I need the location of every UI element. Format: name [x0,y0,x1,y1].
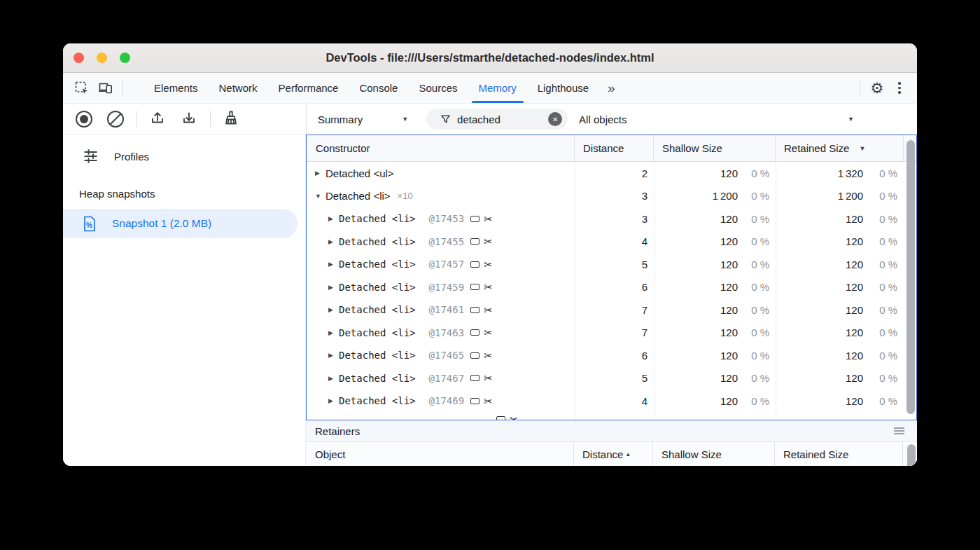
profiles-label: Profiles [114,151,149,163]
perspective-select-value: Summary [318,114,363,125]
retained-size-cell: 1 320 0 % [776,167,904,179]
reveal-element-icon[interactable] [470,329,479,336]
hamburger-menu-icon[interactable] [894,427,908,434]
close-window-button[interactable] [74,53,84,63]
scissors-icon[interactable]: ✂ [484,305,493,315]
devtools-tab[interactable]: Elements [144,73,209,103]
reveal-element-icon[interactable] [470,216,479,222]
grid-scrollbar-thumb[interactable] [906,140,915,414]
fullscreen-window-button[interactable] [120,53,130,63]
expander-icon[interactable]: ▶ [328,261,339,268]
scissors-icon[interactable]: ✂ [484,373,493,383]
heap-object-row[interactable]: ▶ Detached <li> @17469 ✂ 4 [307,390,916,413]
reveal-element-icon[interactable] [470,307,479,313]
retainers-scrollbar-thumb[interactable] [907,444,916,466]
scissors-icon[interactable]: ✂ [484,282,493,292]
devtools-tab[interactable]: Sources [408,73,468,103]
kebab-menu-icon[interactable] [889,76,910,100]
expander-icon[interactable]: ▼ [315,193,326,200]
expander-icon[interactable]: ▶ [328,238,339,245]
sidebar-item-profiles[interactable]: Profiles [63,144,305,168]
device-toolbar-icon[interactable] [94,76,118,100]
profile-controls [63,104,306,135]
clear-profiles-icon[interactable] [105,109,126,130]
expander-icon[interactable]: ▶ [328,397,339,404]
expander-icon[interactable]: ▶ [328,306,339,313]
devtools-tab[interactable]: Memory [468,73,527,103]
heap-object-row[interactable]: ▶ Detached <li> @17461 ✂ 7 [307,298,916,322]
scissors-icon[interactable]: ✂ [484,350,493,361]
heap-object-row[interactable]: ✂ [307,413,916,420]
inspect-element-icon[interactable] [70,76,94,100]
column-header-distance[interactable]: Distance ▲ [574,442,653,466]
expander-icon[interactable]: ▶ [328,215,339,222]
more-tabs-icon[interactable]: » [599,73,624,103]
grid-header: Constructor Distance Shallow Size Retain… [307,135,916,162]
expander-icon[interactable]: ▶ [328,329,339,336]
retained-size-cell: 120 0 % [776,304,904,316]
column-header-constructor[interactable]: Constructor [307,135,575,161]
tab-label: Performance [279,82,339,94]
devtools-tab[interactable]: Console [349,73,408,103]
reveal-element-icon[interactable] [470,284,479,290]
heap-object-row[interactable]: ▼ Detached <li> ×10 ✂ 3 [307,185,916,208]
constructor-cell: ▶ Detached <li> @17465 ✂ [307,350,575,361]
heap-object-row[interactable]: ▶ Detached <ul> ✂ 2 [307,162,916,185]
retained-size-cell: 120 0 % [776,235,904,247]
column-header-retained-size[interactable]: Retained Size ▼ [776,135,904,161]
reveal-element-icon[interactable] [496,416,505,420]
clear-filter-icon[interactable]: ✕ [548,112,562,126]
class-filter-input[interactable]: detached ✕ [426,109,568,130]
expander-icon[interactable]: ▶ [328,284,339,291]
devtools-tab[interactable]: Performance [268,73,349,103]
reveal-element-icon[interactable] [470,375,479,381]
perspective-select[interactable]: Summary ▼ [318,114,408,125]
distance-cell: 4 [575,235,654,247]
reveal-element-icon[interactable] [470,398,479,404]
clear-garbage-broom-icon[interactable] [220,109,241,130]
objects-scope-select[interactable]: All objects ▼ [579,114,917,125]
scissors-icon[interactable]: ✂ [484,214,493,224]
desktop-background: DevTools - file:///Users/stmarthe/detach… [0,0,980,550]
grid-body: ▶ Detached <ul> ✂ 2 [307,162,916,420]
column-header-shallow-size[interactable]: Shallow Size [653,442,775,466]
expander-icon[interactable]: ▶ [328,375,339,382]
scissors-icon[interactable]: ✂ [484,327,493,338]
scissors-icon[interactable]: ✂ [484,236,493,247]
expander-icon[interactable]: ▶ [315,170,326,177]
column-header-retained-size[interactable]: Retained Size [775,442,903,466]
heap-object-row[interactable]: ▶ Detached <li> @17467 ✂ 5 [307,367,916,390]
settings-gear-icon[interactable]: ⚙ [865,76,889,100]
scissors-icon[interactable]: ✂ [484,259,493,270]
take-snapshot-icon[interactable] [74,109,94,130]
sidebar-item-snapshot-1[interactable]: % Snapshot 1 (2.0 MB) [63,209,298,238]
expander-icon[interactable]: ▶ [328,352,339,359]
heap-object-row[interactable]: ▶ Detached <li> @17459 ✂ 6 [307,276,916,299]
reveal-element-icon[interactable] [470,238,479,245]
shallow-size-cell: 120 0 % [654,326,776,338]
heap-object-row[interactable]: ▶ Detached <li> @17463 ✂ 7 [307,322,916,345]
heap-object-row[interactable]: ▶ Detached <li> @17453 ✂ 3 [307,207,916,231]
divider [860,80,860,96]
minimize-window-button[interactable] [97,53,107,63]
heap-object-row[interactable]: ▶ Detached <li> @17455 ✂ 4 [307,231,916,254]
load-profile-icon[interactable] [147,109,168,130]
window-title: DevTools - file:///Users/stmarthe/detach… [326,51,654,64]
heap-object-row[interactable]: ▶ Detached <li> @17465 ✂ 6 [307,344,916,367]
distance-cell: 5 [575,259,654,270]
heap-object-row[interactable]: ▶ Detached <li> @17457 ✂ 5 [307,253,916,276]
reveal-element-icon[interactable] [470,352,479,359]
filter-text[interactable]: detached [457,114,500,125]
reveal-element-icon[interactable] [470,261,479,268]
column-header-shallow-size[interactable]: Shallow Size [654,135,776,161]
column-header-distance[interactable]: Distance [575,135,654,161]
distance-cell: 4 [575,395,654,407]
devtools-tab[interactable]: Lighthouse [527,73,599,103]
devtools-tab[interactable]: Network [209,73,268,103]
object-name: Detached <li> [339,327,416,338]
scissors-icon[interactable]: ✂ [484,396,493,406]
save-profile-icon[interactable] [178,109,200,130]
scissors-icon[interactable]: ✂ [510,414,519,420]
column-divider [575,162,575,420]
column-header-object[interactable]: Object [306,442,574,466]
